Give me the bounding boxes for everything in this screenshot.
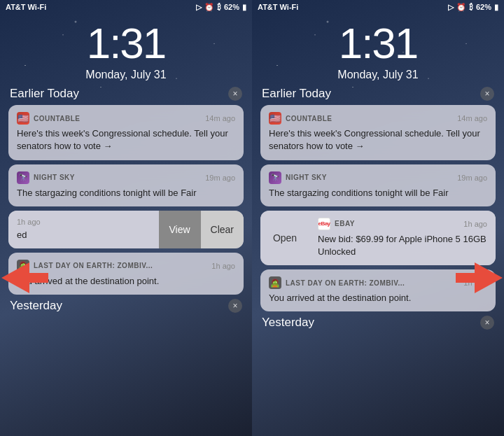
right-countable-icon: 🇺🇸 [269,112,281,125]
left-battery-icon: ▮ [242,3,246,12]
right-notif-countable[interactable]: 🇺🇸 COUNTABLE 14m ago Here's this week's … [260,105,496,160]
right-ebay-body: New bid: $69.99 for Apple iPhone 5 16GB … [318,233,487,258]
right-battery-icon: ▮ [494,3,498,12]
left-yesterday-section: Yesterday × [8,299,244,313]
left-clock-time: 1:31 [0,20,252,67]
right-section-close[interactable]: × [480,87,494,101]
right-notif-ebay[interactable]: Open eBay EBAY 1h ago New bid: $69.99 fo… [260,211,496,265]
right-countable-header: 🇺🇸 COUNTABLE 14m ago [269,112,487,125]
right-notifications: Earlier Today × 🇺🇸 COUNTABLE 14m ago Her… [252,87,504,330]
left-notif-swiped[interactable]: 1h ago ed View Clear [8,211,244,248]
right-yesterday-close[interactable]: × [480,316,494,330]
right-nav-arrow: ▷ [448,3,454,12]
right-earlier-today-header: Earlier Today × [260,87,496,101]
left-bluetooth-icon: ₿ [217,3,221,11]
right-yesterday-header: Yesterday × [260,316,496,330]
left-nightsky-icon: 🔭 [17,171,29,184]
left-arrowhead [1,262,29,293]
right-clock-date: Monday, July 31 [252,69,504,81]
right-time-display: 1:31 Monday, July 31 [252,20,504,81]
left-carrier: AT&T Wi-Fi [6,3,46,11]
right-zombie-body: You arrived at the destination point. [269,292,487,304]
left-swiped-actions: View Clear [159,211,244,248]
right-section-title: Earlier Today [262,87,331,101]
left-swiped-time: 1h ago [17,218,41,226]
right-zombie-name: LAST DAY ON EARTH: ZOMBIV... [286,279,459,287]
right-phone-screen: AT&T Wi-Fi ▷ ⏰ ₿ 62% ▮ 1:31 Monday, July… [252,0,504,436]
right-nightsky-time: 19m ago [457,174,487,182]
right-bluetooth-icon: ₿ [469,3,473,11]
left-section-close[interactable]: × [228,87,242,101]
right-ebay-header: eBay EBAY 1h ago [318,218,487,230]
right-zombie-header: 🧟 LAST DAY ON EARTH: ZOMBIV... 1h ago [269,276,487,289]
left-nav-arrow: ▷ [196,3,202,12]
left-zombie-header: 🧟 LAST DAY ON EARTH: ZOMBIV... 1h ago [17,260,235,272]
left-arrow-stem [29,273,48,283]
right-countable-time: 14m ago [457,114,487,122]
left-countable-icon: 🇺🇸 [17,112,29,125]
left-flag-icon: 🇺🇸 [18,113,29,124]
left-alarm-icon: ⏰ [204,3,214,12]
left-yesterday-header: Yesterday × [8,299,244,313]
left-countable-body: Here's this week's Congressional schedul… [17,127,235,153]
left-zombie-name: LAST DAY ON EARTH: ZOMBIV... [34,262,207,269]
right-clock-time: 1:31 [252,20,504,67]
left-status-right: ▷ ⏰ ₿ 62% ▮ [196,3,246,12]
right-alarm-icon: ⏰ [456,3,466,12]
left-nightsky-time: 19m ago [205,174,235,182]
right-yesterday-section: Yesterday × [260,316,496,330]
left-status-left: AT&T Wi-Fi [6,3,46,11]
left-countable-time: 14m ago [205,114,235,122]
left-swiped-content: 1h ago ed [8,211,159,248]
right-red-arrow [456,262,503,293]
left-zombie-time: 1h ago [211,262,235,270]
left-phone-screen: AT&T Wi-Fi ▷ ⏰ ₿ 62% ▮ 1:31 Monday, July… [0,0,252,436]
left-earlier-today-header: Earlier Today × [8,87,244,101]
right-ebay-content: eBay EBAY 1h ago New bid: $69.99 for App… [309,211,496,265]
right-status-right: ▷ ⏰ ₿ 62% ▮ [448,3,498,12]
right-ebay-icon: eBay [318,218,330,230]
left-nightsky-name: NIGHT SKY [34,174,201,181]
left-zombie-body: You arrived at the destination point. [17,275,235,288]
left-yesterday-title: Yesterday [10,299,62,313]
right-battery-pct: 62% [476,3,491,11]
right-countable-body: Here's this week's Congressional schedul… [269,127,487,153]
left-swiped-header: 1h ago [17,218,150,226]
right-flag-icon: 🇺🇸 [270,113,281,124]
right-arrow-stem [456,273,475,283]
left-countable-name: COUNTABLE [34,115,201,122]
right-carrier: AT&T Wi-Fi [258,3,298,11]
left-status-bar: AT&T Wi-Fi ▷ ⏰ ₿ 62% ▮ [0,0,252,14]
right-nightsky-body: The stargazing conditions tonight will b… [269,187,487,199]
left-swiped-body: ed [17,229,150,241]
right-zombie-icon: 🧟 [269,276,281,289]
right-ebay-name: EBAY [335,220,459,227]
right-arrowhead [475,262,503,293]
left-battery-pct: 62% [224,3,239,11]
right-notif-nightsky[interactable]: 🔭 NIGHT SKY 19m ago The stargazing condi… [260,164,496,206]
left-notif-countable[interactable]: 🇺🇸 COUNTABLE 14m ago Here's this week's … [8,105,244,160]
right-status-bar: AT&T Wi-Fi ▷ ⏰ ₿ 62% ▮ [252,0,504,14]
left-nightsky-body: The stargazing conditions tonight will b… [17,187,235,199]
left-time-display: 1:31 Monday, July 31 [0,20,252,81]
left-clock-date: Monday, July 31 [0,69,252,81]
left-nightsky-header: 🔭 NIGHT SKY 19m ago [17,171,235,184]
left-view-button[interactable]: View [159,211,201,248]
right-nightsky-name: NIGHT SKY [286,174,453,181]
left-red-arrow [1,262,48,293]
left-section-title: Earlier Today [10,87,79,101]
left-notif-nightsky[interactable]: 🔭 NIGHT SKY 19m ago The stargazing condi… [8,164,244,206]
right-countable-name: COUNTABLE [286,115,453,122]
right-open-button[interactable]: Open [260,211,309,265]
left-clear-button[interactable]: Clear [201,211,244,248]
right-nightsky-header: 🔭 NIGHT SKY 19m ago [269,171,487,184]
right-status-left: AT&T Wi-Fi [258,3,298,11]
left-countable-header: 🇺🇸 COUNTABLE 14m ago [17,112,235,125]
left-yesterday-close[interactable]: × [228,299,242,313]
right-ebay-time: 1h ago [463,220,487,228]
right-nightsky-icon: 🔭 [269,171,281,184]
right-yesterday-title: Yesterday [262,316,314,330]
